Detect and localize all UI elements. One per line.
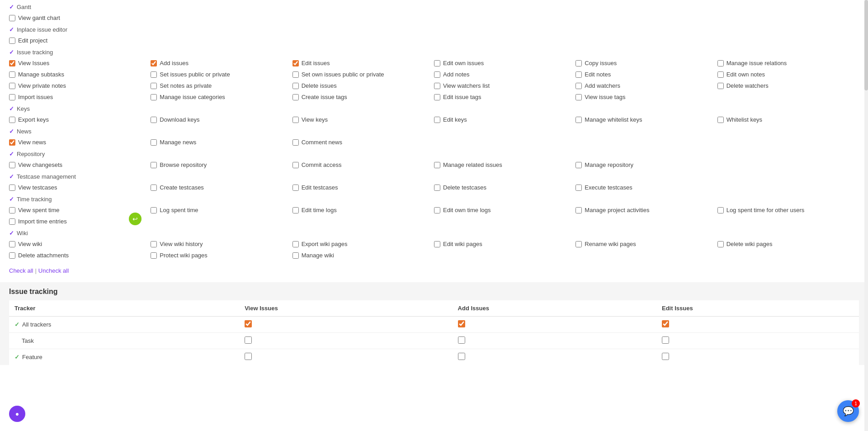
permission-copy-issues[interactable]: Copy issues (576, 58, 717, 68)
col-tracker: Tracker (9, 300, 239, 317)
permission-edit-notes[interactable]: Edit notes (576, 70, 717, 79)
permission-view-wiki-history[interactable]: View wiki history (151, 239, 292, 249)
permission-delete-issues[interactable]: Delete issues (292, 81, 434, 90)
permission-view-private-notes[interactable]: View private notes (9, 81, 151, 90)
permission-execute-testcases[interactable]: Execute testcases (576, 183, 717, 192)
permission-edit-wiki-pages[interactable]: Edit wiki pages (434, 239, 576, 249)
col-view-issues: View Issues (239, 300, 452, 317)
task-edit-issues[interactable] (656, 333, 859, 349)
permission-manage-issue-categories[interactable]: Manage issue categories (151, 92, 292, 102)
permission-set-own-issues-public[interactable]: Set own issues public or private (292, 70, 434, 79)
permission-log-spent-time[interactable]: Log spent time (151, 205, 292, 215)
permission-edit-keys[interactable]: Edit keys (434, 115, 576, 124)
permission-set-notes-private[interactable]: Set notes as private (151, 81, 292, 90)
permission-manage-subtasks[interactable]: Manage subtasks (9, 70, 151, 79)
col-add-issues: Add Issues (453, 300, 656, 317)
permission-manage-repository[interactable]: Manage repository (576, 160, 717, 170)
permission-empty4 (717, 137, 859, 147)
permission-empty11 (717, 217, 859, 226)
permission-add-notes[interactable]: Add notes (434, 70, 576, 79)
permission-manage-whitelist-keys[interactable]: Manage whitelist keys (576, 115, 717, 124)
all-trackers-check-icon: ✓ (14, 321, 19, 328)
permission-delete-attachments[interactable]: Delete attachments (9, 251, 151, 260)
permission-manage-issue-relations[interactable]: Manage issue relations (717, 58, 859, 68)
permission-edit-own-issues[interactable]: Edit own issues (434, 58, 576, 68)
permission-create-issue-tags[interactable]: Create issue tags (292, 92, 434, 102)
all-trackers-add-issues[interactable] (453, 317, 656, 333)
permission-rename-wiki-pages[interactable]: Rename wiki pages (576, 239, 717, 249)
task-add-issues[interactable] (453, 333, 656, 349)
tracker-name-task: Task (9, 333, 239, 349)
gantt-check-icon: ✓ (9, 4, 14, 10)
issue-tracking-section-title: Issue tracking (9, 288, 859, 296)
permission-empty6 (717, 183, 859, 192)
permission-edit-issues[interactable]: Edit issues (292, 58, 434, 68)
repo-check-icon: ✓ (9, 151, 14, 157)
permission-view-testcases[interactable]: View testcases (9, 183, 151, 192)
separator: | (35, 267, 36, 274)
wiki-label: Wiki (17, 230, 28, 237)
permission-import-issues[interactable]: Import issues (9, 92, 151, 102)
scrollbar-thumb[interactable] (864, 0, 868, 90)
permission-empty12 (434, 251, 576, 260)
permission-browse-repo[interactable]: Browse repository (151, 160, 292, 170)
check-all-link[interactable]: Check all (9, 267, 33, 274)
feature-add-issues[interactable] (453, 349, 656, 365)
permission-edit-own-time-logs[interactable]: Edit own time logs (434, 205, 576, 215)
permission-manage-news[interactable]: Manage news (151, 137, 292, 147)
scrollbar[interactable] (864, 0, 868, 365)
permission-protect-wiki-pages[interactable]: Protect wiki pages (151, 251, 292, 260)
permission-set-issues-public[interactable]: Set issues public or private (151, 70, 292, 79)
permission-view-gantt-chart[interactable]: View gantt chart (9, 13, 151, 23)
time-tracking-label: Time tracking (17, 196, 52, 203)
permission-empty2 (434, 137, 576, 147)
feature-view-issues[interactable] (239, 349, 452, 365)
table-row: ✓ Feature (9, 349, 859, 365)
permission-empty10 (576, 217, 717, 226)
permission-export-keys[interactable]: Export keys (9, 115, 151, 124)
issue-tracking-section: Issue tracking Tracker View Issues Add I… (0, 282, 868, 365)
permission-add-issues[interactable]: Add issues (151, 58, 292, 68)
all-trackers-view-issues[interactable] (239, 317, 452, 333)
permission-delete-wiki-pages[interactable]: Delete wiki pages (717, 239, 859, 249)
permission-edit-issue-tags[interactable]: Edit issue tags (434, 92, 576, 102)
permission-manage-related-issues[interactable]: Manage related issues (434, 160, 576, 170)
permission-commit-access[interactable]: Commit access (292, 160, 434, 170)
all-trackers-edit-issues[interactable] (656, 317, 859, 333)
permission-whitelist-keys[interactable]: Whitelist keys (717, 115, 859, 124)
table-row: ✓ All trackers (9, 317, 859, 333)
permission-edit-testcases[interactable]: Edit testcases (292, 183, 434, 192)
permission-view-spent-time[interactable]: View spent time (9, 205, 151, 215)
feature-check-icon: ✓ (14, 354, 19, 360)
permission-edit-time-logs[interactable]: Edit time logs (292, 205, 434, 215)
permission-empty5 (717, 160, 859, 170)
wiki-check-icon: ✓ (9, 230, 14, 237)
permission-comment-news[interactable]: Comment news (292, 137, 434, 147)
permission-create-testcases[interactable]: Create testcases (151, 183, 292, 192)
permission-view-watchers[interactable]: View watchers list (434, 81, 576, 90)
task-view-issues[interactable] (239, 333, 452, 349)
permission-view-changesets[interactable]: View changesets (9, 160, 151, 170)
permission-manage-project-activities[interactable]: Manage project activities (576, 205, 717, 215)
permission-log-spent-time-others[interactable]: Log spent time for other users (717, 205, 859, 215)
permission-add-watchers[interactable]: Add watchers (576, 81, 717, 90)
issue-tracking-label: Issue tracking (17, 49, 53, 56)
uncheck-all-link[interactable]: Uncheck all (38, 267, 69, 274)
testcase-label: Testcase management (17, 173, 76, 180)
permission-download-keys[interactable]: Download keys (151, 115, 292, 124)
permission-view-keys[interactable]: View keys (292, 115, 434, 124)
permission-view-news[interactable]: View news (9, 137, 151, 147)
permission-delete-testcases[interactable]: Delete testcases (434, 183, 576, 192)
permission-export-wiki-pages[interactable]: Export wiki pages (292, 239, 434, 249)
permission-edit-project[interactable]: Edit project (9, 36, 151, 45)
permission-manage-wiki[interactable]: Manage wiki (292, 251, 434, 260)
permission-view-issues[interactable]: View Issues (9, 58, 151, 68)
permission-view-wiki[interactable]: View wiki (9, 239, 151, 249)
feature-label: Feature (22, 354, 42, 360)
permission-edit-own-notes[interactable]: Edit own notes (717, 70, 859, 79)
feature-edit-issues[interactable] (656, 349, 859, 365)
permission-delete-watchers[interactable]: Delete watchers (717, 81, 859, 90)
issue-tracking-check-icon: ✓ (9, 49, 14, 56)
tracker-name-all: ✓ All trackers (9, 317, 239, 333)
permission-view-issue-tags[interactable]: View issue tags (576, 92, 717, 102)
